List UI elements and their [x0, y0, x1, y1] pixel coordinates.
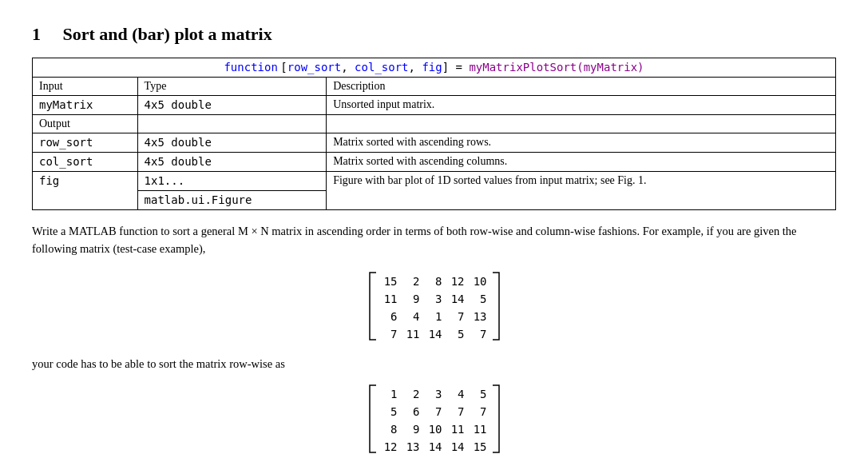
- m1-r1c1: 15: [381, 275, 401, 288]
- m2-r4c1: 12: [381, 440, 401, 453]
- m1-r4c3: 14: [426, 328, 446, 341]
- m1-r2c5: 5: [477, 293, 489, 305]
- m2-r3c5: 11: [470, 423, 490, 436]
- table-row-mymatrix: myMatrix 4x5 double Unsorted input matri…: [33, 96, 836, 115]
- matrix-2-container: 1 2 3 4 5 5 6 7 7 7 8 9 10 11 11 12 13 1…: [32, 382, 836, 459]
- body-paragraph-2: your code has to be able to sort the mat…: [32, 357, 836, 371]
- cell-type-header: Type: [137, 78, 327, 96]
- bracket-left-2: [366, 382, 379, 456]
- matrix-1-grid: 15 2 8 12 10 11 9 3 14 5 6 4 1 7 13 7 11…: [379, 269, 490, 346]
- m2-r3c3: 10: [426, 423, 446, 436]
- m1-r4c5: 7: [477, 328, 489, 341]
- m2-r1c5: 5: [477, 388, 489, 400]
- cell-mymatrix-desc: Unsorted input matrix.: [327, 96, 836, 115]
- bracket-right-1: [490, 269, 503, 343]
- m2-r3c1: 8: [387, 423, 400, 436]
- function-table: function [row_sort, col_sort, fig] = myM…: [32, 58, 836, 210]
- m2-r2c1: 5: [387, 405, 400, 418]
- table-row-input-header: Input Type Description: [33, 78, 836, 96]
- section-title: Sort and (bar) plot a matrix: [63, 24, 272, 44]
- m1-r2c4: 14: [448, 293, 468, 305]
- m2-r2c4: 7: [454, 405, 467, 418]
- matrix-2-grid: 1 2 3 4 5 5 6 7 7 7 8 9 10 11 11 12 13 1…: [379, 382, 490, 459]
- m2-r1c4: 4: [454, 388, 467, 400]
- function-signature-cell: function [row_sort, col_sort, fig] = myM…: [33, 58, 836, 78]
- table-row-output-header: Output: [33, 115, 836, 133]
- cell-output-type-empty: [137, 115, 327, 133]
- cell-desc-header: Description: [327, 78, 836, 96]
- cell-rowsort-name: row_sort: [33, 133, 138, 153]
- m1-r1c5: 10: [470, 275, 490, 288]
- m2-r3c4: 11: [448, 423, 468, 436]
- cell-colsort-type: 4x5 double: [137, 153, 327, 172]
- matrix-1-container: 15 2 8 12 10 11 9 3 14 5 6 4 1 7 13 7 11…: [32, 269, 836, 346]
- cell-mymatrix-name: myMatrix: [33, 96, 138, 115]
- bracket-right-2: [490, 382, 503, 456]
- cell-mymatrix-type: 4x5 double: [137, 96, 327, 115]
- m1-r2c2: 9: [410, 293, 422, 305]
- m2-r3c2: 9: [410, 423, 422, 436]
- m1-r1c4: 12: [448, 275, 468, 288]
- section-heading: 1 Sort and (bar) plot a matrix: [32, 24, 836, 45]
- function-call: myMatrixPlotSort(myMatrix): [469, 61, 644, 74]
- m1-r3c3: 1: [432, 310, 445, 323]
- m1-r4c4: 5: [454, 328, 467, 341]
- m1-r1c3: 8: [432, 275, 445, 288]
- cell-colsort-desc: Matrix sorted with ascending columns.: [327, 153, 836, 172]
- cell-output-desc-empty: [327, 115, 836, 133]
- m2-r2c2: 6: [410, 405, 422, 418]
- m1-r3c4: 7: [454, 310, 467, 323]
- m1-r2c1: 11: [381, 293, 401, 305]
- cell-fig-desc1: Figure with bar plot of 1D sorted values…: [327, 172, 836, 210]
- m2-r4c5: 15: [470, 440, 490, 453]
- m1-r1c2: 2: [410, 275, 422, 288]
- cell-fig-type2: matlab.ui.Figure: [137, 191, 327, 210]
- m2-r1c2: 2: [410, 388, 422, 400]
- function-params: [row_sort, col_sort, fig] =: [280, 61, 469, 74]
- m1-r4c2: 11: [403, 328, 423, 341]
- m2-r1c3: 3: [432, 388, 445, 400]
- m2-r4c2: 13: [403, 440, 423, 453]
- matrix-2: 1 2 3 4 5 5 6 7 7 7 8 9 10 11 11 12 13 1…: [366, 382, 503, 459]
- m2-r1c1: 1: [387, 388, 400, 400]
- bracket-left-1: [366, 269, 379, 343]
- body-paragraph-1: Write a MATLAB function to sort a genera…: [32, 223, 836, 258]
- m1-r2c3: 3: [432, 293, 445, 305]
- section-number: 1: [32, 24, 41, 44]
- m1-r4c1: 7: [387, 328, 400, 341]
- m2-r2c5: 7: [477, 405, 489, 418]
- table-row-rowsort: row_sort 4x5 double Matrix sorted with a…: [33, 133, 836, 153]
- cell-colsort-name: col_sort: [33, 153, 138, 172]
- m2-r4c4: 14: [448, 440, 468, 453]
- matrix-1: 15 2 8 12 10 11 9 3 14 5 6 4 1 7 13 7 11…: [366, 269, 503, 346]
- cell-input-label: Input: [33, 78, 138, 96]
- m2-r4c3: 14: [426, 440, 446, 453]
- m1-r3c5: 13: [470, 310, 490, 323]
- cell-fig-name: fig: [33, 172, 138, 210]
- m1-r3c2: 4: [410, 310, 422, 323]
- cell-output-label: Output: [33, 115, 138, 133]
- cell-fig-type1: 1x1...: [137, 172, 327, 191]
- cell-rowsort-type: 4x5 double: [137, 133, 327, 153]
- table-signature-row: function [row_sort, col_sort, fig] = myM…: [33, 58, 836, 78]
- cell-rowsort-desc: Matrix sorted with ascending rows.: [327, 133, 836, 153]
- table-row-colsort: col_sort 4x5 double Matrix sorted with a…: [33, 153, 836, 172]
- m2-r2c3: 7: [432, 405, 445, 418]
- table-row-fig: fig 1x1... Figure with bar plot of 1D so…: [33, 172, 836, 191]
- m1-r3c1: 6: [387, 310, 400, 323]
- keyword-function: function: [224, 61, 277, 74]
